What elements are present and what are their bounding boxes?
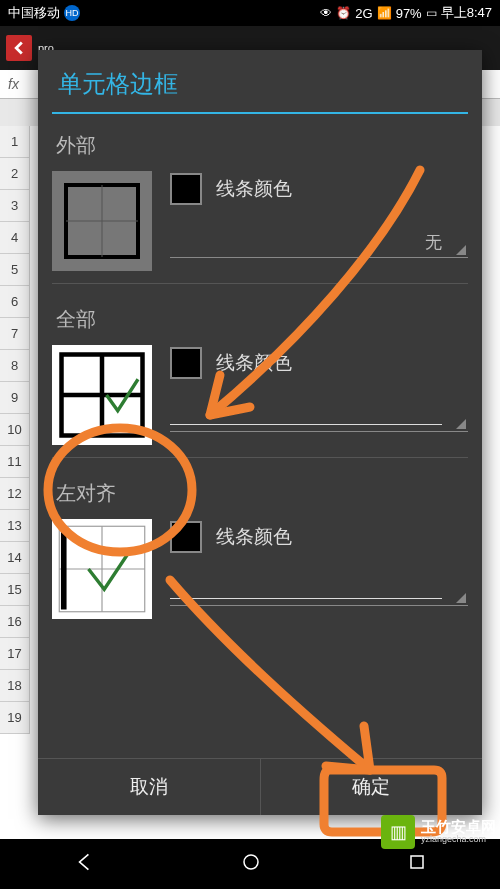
line-style-all[interactable] [170,405,468,432]
row-header[interactable]: 12 [0,478,30,510]
row-header[interactable]: 14 [0,542,30,574]
row-header[interactable]: 13 [0,510,30,542]
color-picker-outer[interactable]: 线条颜色 [170,173,468,205]
watermark: ▥ 玉竹安卓网 yzlangecha.com [381,815,496,849]
row-header[interactable]: 6 [0,286,30,318]
color-swatch[interactable] [170,347,202,379]
nav-home[interactable] [241,852,261,877]
svg-point-5 [244,855,258,869]
section-left: 左对齐 线条颜色 [52,472,468,619]
row-header[interactable]: 18 [0,670,30,702]
color-label: 线条颜色 [216,524,292,550]
row-header[interactable]: 11 [0,446,30,478]
clock-label: 早上8:47 [441,4,492,22]
row-headers: 12345678910111213141516171819 [0,126,30,734]
dropdown-icon [456,593,466,603]
network-label: 2G [355,6,372,21]
preview-all[interactable] [52,345,152,445]
row-header[interactable]: 17 [0,638,30,670]
row-header[interactable]: 4 [0,222,30,254]
eye-icon: 👁 [320,6,332,20]
section-outer: 外部 线条颜色 无 [52,124,468,284]
row-header[interactable]: 3 [0,190,30,222]
row-header[interactable]: 7 [0,318,30,350]
battery-label: 97% [396,6,422,21]
signal-icon: 📶 [377,6,392,20]
row-header[interactable]: 16 [0,606,30,638]
style-value: 无 [425,233,442,252]
hd-badge: HD [64,5,80,21]
alarm-icon: ⏰ [336,6,351,20]
line-style-left[interactable] [170,579,468,606]
row-header[interactable]: 5 [0,254,30,286]
section-all: 全部 线条颜色 [52,298,468,458]
back-button[interactable] [6,35,32,61]
cell-border-dialog: 单元格边框 外部 线条颜色 无 [38,50,482,815]
carrier-label: 中国移动 [8,4,60,22]
row-header[interactable]: 8 [0,350,30,382]
section-title-outer: 外部 [52,124,468,171]
row-header[interactable]: 19 [0,702,30,734]
watermark-name: 玉竹安卓网 [421,819,496,835]
color-swatch[interactable] [170,173,202,205]
section-title-left: 左对齐 [52,472,468,519]
dropdown-icon [456,245,466,255]
divider [52,457,468,458]
row-header[interactable]: 9 [0,382,30,414]
dialog-buttons: 取消 确定 [38,758,482,815]
color-label: 线条颜色 [216,350,292,376]
row-header[interactable]: 10 [0,414,30,446]
row-header[interactable]: 2 [0,158,30,190]
status-bar: 中国移动 HD 👁 ⏰ 2G 📶 97% ▭ 早上8:47 [0,0,500,26]
cancel-button[interactable]: 取消 [38,759,260,815]
watermark-logo-icon: ▥ [381,815,415,849]
row-header[interactable]: 1 [0,126,30,158]
fx-label: fx [8,76,19,92]
dialog-body: 外部 线条颜色 无 [38,114,482,758]
nav-back[interactable] [73,851,95,878]
row-header[interactable]: 15 [0,574,30,606]
battery-icon: ▭ [426,6,437,20]
dialog-title: 单元格边框 [38,50,482,112]
color-picker-all[interactable]: 线条颜色 [170,347,468,379]
nav-recent[interactable] [407,852,427,877]
color-label: 线条颜色 [216,176,292,202]
dropdown-icon [456,419,466,429]
preview-outer[interactable] [52,171,152,271]
line-style-outer[interactable]: 无 [170,231,468,258]
preview-left[interactable] [52,519,152,619]
svg-rect-6 [411,856,423,868]
color-picker-left[interactable]: 线条颜色 [170,521,468,553]
section-title-all: 全部 [52,298,468,345]
ok-button[interactable]: 确定 [261,759,483,815]
watermark-url: yzlangecha.com [421,835,496,844]
color-swatch[interactable] [170,521,202,553]
divider [52,283,468,284]
